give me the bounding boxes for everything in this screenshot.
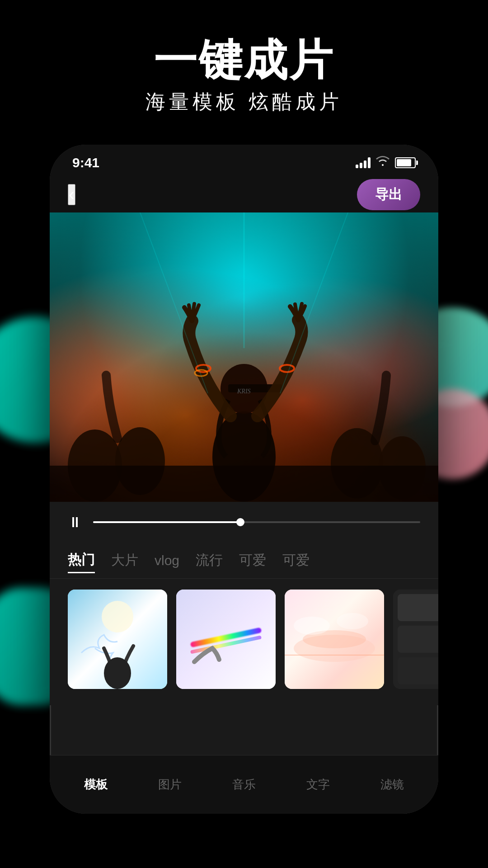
svg-rect-32 [398,626,438,653]
top-text-area: 一键成片 海量模板 炫酷成片 [0,36,488,115]
toolbar-template[interactable]: 模板 [73,777,118,793]
progress-track[interactable] [93,521,420,523]
tab-popular[interactable]: 流行 [196,548,223,572]
svg-point-19 [102,601,133,632]
svg-rect-33 [398,657,438,684]
tab-vlog[interactable]: vlog [155,550,179,571]
sub-title: 海量模板 炫酷成片 [0,89,488,115]
template-thumb-2[interactable] [176,590,276,689]
svg-rect-17 [50,466,438,502]
status-bar: 9:41 [50,145,438,176]
category-tabs: 热门 大片 vlog 流行 可爱 可爱 [50,542,438,579]
export-button[interactable]: 导出 [357,179,420,210]
nav-bar: ‹ 导出 [50,176,438,212]
tab-cute2[interactable]: 可爱 [282,548,310,572]
status-icons [356,156,416,170]
tab-hot[interactable]: 热门 [68,548,95,573]
svg-point-28 [294,617,330,635]
main-title: 一键成片 [0,36,488,84]
tab-blockbuster[interactable]: 大片 [111,548,138,572]
templates-area [50,579,438,705]
toolbar-photo[interactable]: 图片 [147,777,192,793]
toolbar-filter[interactable]: 滤镜 [370,777,415,793]
pause-button[interactable]: ⏸ [68,514,82,531]
progress-fill [93,521,240,523]
progress-thumb [236,518,244,526]
battery-icon [395,157,416,168]
bottom-toolbar: 模板 图片 音乐 文字 滤镜 [50,755,438,814]
status-time: 9:41 [72,155,99,170]
svg-point-20 [104,657,131,689]
playback-bar: ⏸ [50,502,438,542]
phone-frame: 9:41 ‹ 导出 [50,145,438,814]
svg-text:KRIS: KRIS [237,388,251,395]
toolbar-music[interactable]: 音乐 [221,777,267,793]
video-preview: KRIS [50,212,438,502]
toolbar-text[interactable]: 文字 [296,777,341,793]
template-thumb-1[interactable] [68,590,167,689]
svg-rect-31 [398,594,438,621]
template-thumb-3[interactable] [285,590,384,689]
signal-icon [356,157,371,168]
template-thumb-4[interactable] [393,590,438,689]
tab-cute1[interactable]: 可爱 [239,548,266,572]
svg-point-29 [337,613,368,629]
back-button[interactable]: ‹ [68,184,75,205]
wifi-icon [376,156,389,170]
video-content: KRIS [50,212,438,502]
